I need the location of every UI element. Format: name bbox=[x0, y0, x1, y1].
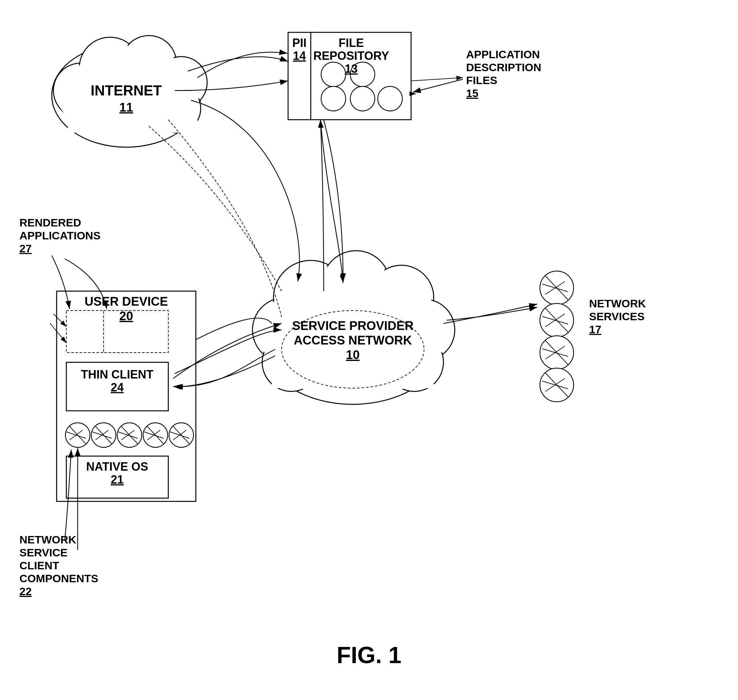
thin-client-label: THIN CLIENT bbox=[81, 368, 153, 381]
native-os-label: NATIVE OS bbox=[86, 460, 148, 473]
app-desc-files-label-line2: DESCRIPTION bbox=[466, 61, 541, 74]
app-desc-files-label-line1: APPLICATION bbox=[466, 48, 540, 60]
rendered-apps-id: 27 bbox=[19, 242, 32, 254]
internet-id: 11 bbox=[119, 101, 133, 114]
service-provider-label-line1: SERVICE PROVIDER bbox=[292, 319, 413, 332]
svg-line-80 bbox=[411, 78, 463, 81]
network-service-client-label-line3: CLIENT bbox=[19, 559, 59, 572]
user-device-label: USER DEVICE bbox=[84, 295, 168, 308]
network-services-id: 17 bbox=[589, 323, 601, 335]
app-desc-files-id: 15 bbox=[466, 87, 479, 99]
svg-point-36 bbox=[350, 86, 375, 111]
network-service-client-id: 22 bbox=[19, 585, 32, 597]
network-service-client-label-line1: NETWORK bbox=[19, 534, 77, 546]
pii-label: PII bbox=[292, 36, 306, 50]
rendered-apps-label-line1: RENDERED bbox=[19, 216, 81, 229]
network-service-client-label-line2: SERVICE bbox=[19, 546, 68, 559]
native-os-id: 21 bbox=[111, 473, 124, 486]
svg-point-35 bbox=[321, 86, 346, 111]
network-services-label-line1: NETWORK bbox=[589, 297, 646, 310]
diagram: INTERNET 11 FILE REPOSITORY 13 PII 14 AP… bbox=[0, 0, 738, 700]
file-repository-label-line1: FILE bbox=[339, 36, 364, 50]
svg-rect-40 bbox=[103, 310, 168, 353]
service-provider-id: 10 bbox=[346, 348, 359, 362]
file-repository-label-line2: REPOSITORY bbox=[313, 49, 389, 62]
figure-label: FIG. 1 bbox=[337, 642, 401, 668]
svg-point-37 bbox=[378, 86, 402, 111]
rendered-apps-label-line2: APPLICATIONS bbox=[19, 229, 101, 242]
svg-point-33 bbox=[321, 62, 346, 87]
service-provider-label-line2: ACCESS NETWORK bbox=[293, 334, 412, 347]
network-service-client-label-line4: COMPONENTS bbox=[19, 572, 99, 585]
user-device-id: 20 bbox=[119, 309, 133, 323]
network-services-label-line2: SERVICES bbox=[589, 310, 644, 322]
file-repository-id: 13 bbox=[345, 62, 358, 75]
internet-label: INTERNET bbox=[91, 82, 162, 99]
thin-client-id: 24 bbox=[111, 381, 124, 394]
network-services-icons bbox=[540, 271, 574, 402]
pii-id: 14 bbox=[293, 49, 306, 62]
main-diagram-svg: INTERNET 11 FILE REPOSITORY 13 PII 14 AP… bbox=[0, 0, 738, 700]
app-icons-row bbox=[65, 423, 194, 447]
app-desc-files-label-line3: FILES bbox=[466, 74, 497, 86]
